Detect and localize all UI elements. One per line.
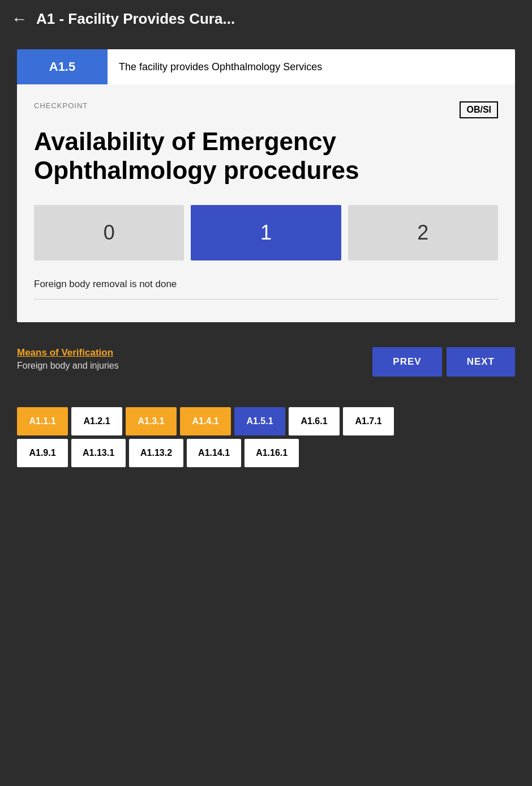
nav-tab-row1-4[interactable]: A1.5.1 (234, 407, 285, 435)
main-content: A1.5 The facility provides Ophthalmology… (17, 49, 515, 322)
nav-tabs-section: A1.1.1A1.2.1A1.3.1A1.4.1A1.5.1A1.6.1A1.7… (17, 407, 515, 467)
nav-tab-row1-6[interactable]: A1.7.1 (343, 407, 394, 435)
next-button[interactable]: NEXT (447, 347, 515, 377)
nav-tab-row1-1[interactable]: A1.2.1 (71, 407, 122, 435)
header-title: A1 - Facility Provides Cura... (36, 10, 235, 28)
prev-button[interactable]: PREV (372, 347, 441, 377)
score-buttons: 0 1 2 (34, 205, 498, 260)
nav-tab-row2-4[interactable]: A1.16.1 (244, 439, 299, 467)
score-button-1[interactable]: 1 (191, 205, 341, 260)
score-button-0[interactable]: 0 (34, 205, 184, 260)
means-title[interactable]: Means of Verification (17, 347, 372, 358)
score-button-2[interactable]: 2 (348, 205, 498, 260)
means-value: Foreign body and injuries (17, 361, 372, 371)
nav-tab-row1-2[interactable]: A1.3.1 (126, 407, 177, 435)
bottom-section: Means of Verification Foreign body and i… (17, 334, 515, 390)
nav-tab-row1-5[interactable]: A1.6.1 (289, 407, 340, 435)
nav-tab-row2-1[interactable]: A1.13.1 (71, 439, 126, 467)
means-area: Means of Verification Foreign body and i… (17, 347, 372, 371)
nav-tabs-row-2: A1.9.1A1.13.1A1.13.2A1.14.1A1.16.1 (17, 439, 515, 467)
checkpoint-label: CHECKPOINT (34, 101, 88, 110)
nav-tab-row1-0[interactable]: A1.1.1 (17, 407, 68, 435)
nav-tabs-row-1: A1.1.1A1.2.1A1.3.1A1.4.1A1.5.1A1.6.1A1.7… (17, 407, 515, 435)
nav-buttons: PREV NEXT (372, 347, 515, 377)
checkpoint-title: Availability of Emergency Ophthalmology … (34, 127, 498, 185)
card-subtitle: The facility provides Ophthalmology Serv… (108, 49, 515, 84)
ob-si-badge: OB/SI (460, 101, 498, 118)
back-button[interactable]: ← (11, 11, 27, 27)
nav-tab-row1-3[interactable]: A1.4.1 (180, 407, 231, 435)
checkpoint-row: CHECKPOINT OB/SI (34, 101, 498, 118)
card-header: A1.5 The facility provides Ophthalmology… (17, 49, 515, 84)
card-code: A1.5 (17, 49, 108, 84)
nav-tab-row2-2[interactable]: A1.13.2 (129, 439, 183, 467)
nav-tab-row2-3[interactable]: A1.14.1 (187, 439, 241, 467)
header: ← A1 - Facility Provides Cura... (0, 0, 532, 38)
card-body: CHECKPOINT OB/SI Availability of Emergen… (17, 84, 515, 322)
nav-tab-row2-0[interactable]: A1.9.1 (17, 439, 68, 467)
note-text: Foreign body removal is not done (34, 279, 498, 300)
